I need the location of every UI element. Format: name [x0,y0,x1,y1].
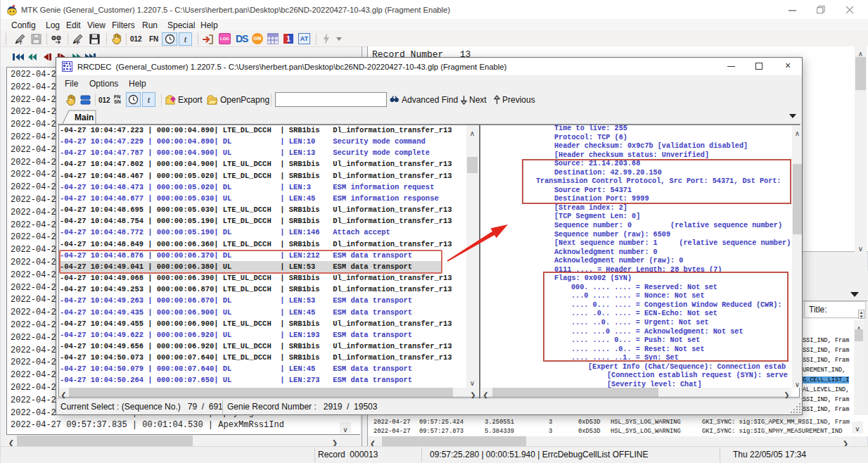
svg-text:1: 1 [286,35,291,43]
svg-text:Main: Main [75,113,94,122]
